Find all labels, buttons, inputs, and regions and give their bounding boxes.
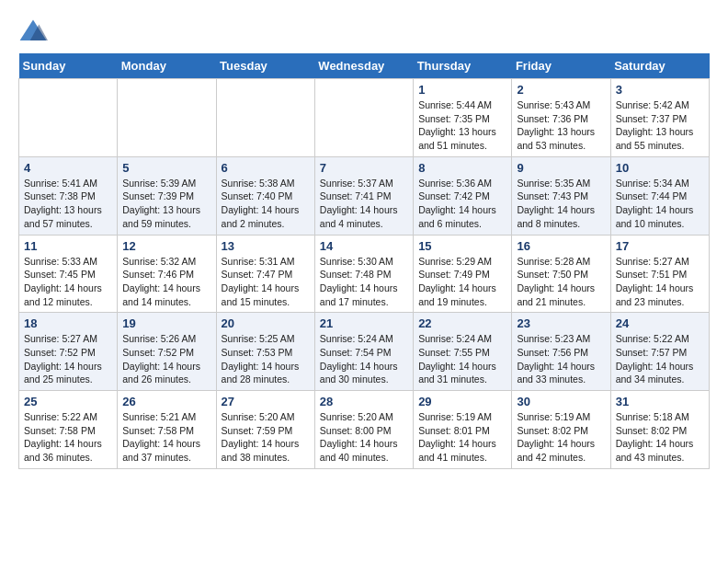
calendar-week-row: 1Sunrise: 5:44 AM Sunset: 7:35 PM Daylig… (19, 79, 710, 157)
calendar-header-row: SundayMondayTuesdayWednesdayThursdayFrid… (19, 53, 710, 79)
day-number: 26 (122, 395, 210, 408)
calendar-cell: 21Sunrise: 5:24 AM Sunset: 7:54 PM Dayli… (314, 313, 413, 391)
day-number: 27 (222, 395, 310, 408)
day-info: Sunrise: 5:30 AM Sunset: 7:48 PM Dayligh… (320, 255, 408, 309)
calendar-cell: 23Sunrise: 5:23 AM Sunset: 7:56 PM Dayli… (512, 313, 610, 391)
day-info: Sunrise: 5:26 AM Sunset: 7:52 PM Dayligh… (122, 332, 210, 386)
calendar-cell: 4Sunrise: 5:41 AM Sunset: 7:38 PM Daylig… (19, 156, 118, 235)
day-info: Sunrise: 5:29 AM Sunset: 7:49 PM Dayligh… (418, 255, 506, 309)
day-info: Sunrise: 5:39 AM Sunset: 7:39 PM Dayligh… (122, 177, 210, 231)
day-number: 25 (24, 395, 112, 408)
day-info: Sunrise: 5:28 AM Sunset: 7:50 PM Dayligh… (517, 255, 605, 309)
day-number: 30 (517, 395, 605, 408)
day-info: Sunrise: 5:22 AM Sunset: 7:57 PM Dayligh… (616, 332, 704, 386)
day-number: 29 (418, 395, 506, 408)
calendar-cell: 26Sunrise: 5:21 AM Sunset: 7:58 PM Dayli… (118, 391, 216, 469)
calendar-cell: 18Sunrise: 5:27 AM Sunset: 7:52 PM Dayli… (19, 313, 118, 391)
calendar-cell: 28Sunrise: 5:20 AM Sunset: 8:00 PM Dayli… (314, 391, 413, 469)
col-header-wednesday: Wednesday (314, 53, 413, 79)
col-header-sunday: Sunday (19, 53, 118, 79)
calendar-cell: 10Sunrise: 5:34 AM Sunset: 7:44 PM Dayli… (610, 156, 709, 235)
day-info: Sunrise: 5:37 AM Sunset: 7:41 PM Dayligh… (320, 177, 408, 231)
day-number: 4 (24, 161, 112, 175)
calendar-week-row: 25Sunrise: 5:22 AM Sunset: 7:58 PM Dayli… (19, 391, 710, 469)
calendar-cell: 20Sunrise: 5:25 AM Sunset: 7:53 PM Dayli… (216, 313, 314, 391)
calendar-cell: 2Sunrise: 5:43 AM Sunset: 7:36 PM Daylig… (512, 79, 610, 157)
day-info: Sunrise: 5:20 AM Sunset: 7:59 PM Dayligh… (222, 410, 310, 465)
day-number: 10 (616, 161, 704, 175)
calendar-cell (314, 79, 413, 157)
day-info: Sunrise: 5:42 AM Sunset: 7:37 PM Dayligh… (616, 98, 704, 153)
calendar-cell: 14Sunrise: 5:30 AM Sunset: 7:48 PM Dayli… (314, 235, 413, 313)
day-number: 7 (320, 161, 408, 175)
calendar-cell: 7Sunrise: 5:37 AM Sunset: 7:41 PM Daylig… (314, 156, 413, 235)
page-header (18, 18, 710, 44)
calendar-cell: 1Sunrise: 5:44 AM Sunset: 7:35 PM Daylig… (414, 79, 512, 157)
day-info: Sunrise: 5:27 AM Sunset: 7:52 PM Dayligh… (24, 332, 112, 386)
calendar-cell: 30Sunrise: 5:19 AM Sunset: 8:02 PM Dayli… (512, 391, 610, 469)
calendar-cell: 27Sunrise: 5:20 AM Sunset: 7:59 PM Dayli… (216, 391, 314, 469)
day-info: Sunrise: 5:24 AM Sunset: 7:54 PM Dayligh… (320, 332, 408, 386)
day-number: 1 (418, 83, 506, 97)
calendar-cell: 8Sunrise: 5:36 AM Sunset: 7:42 PM Daylig… (414, 156, 512, 235)
calendar-cell: 22Sunrise: 5:24 AM Sunset: 7:55 PM Dayli… (414, 313, 512, 391)
calendar-cell: 24Sunrise: 5:22 AM Sunset: 7:57 PM Dayli… (610, 313, 709, 391)
day-number: 23 (517, 316, 605, 330)
day-info: Sunrise: 5:22 AM Sunset: 7:58 PM Dayligh… (24, 410, 112, 465)
day-number: 24 (616, 316, 704, 330)
calendar-cell: 31Sunrise: 5:18 AM Sunset: 8:02 PM Dayli… (610, 391, 709, 469)
day-info: Sunrise: 5:44 AM Sunset: 7:35 PM Dayligh… (418, 98, 506, 153)
day-info: Sunrise: 5:31 AM Sunset: 7:47 PM Dayligh… (222, 255, 310, 309)
day-info: Sunrise: 5:25 AM Sunset: 7:53 PM Dayligh… (222, 332, 310, 386)
day-number: 31 (616, 395, 704, 408)
calendar-cell: 13Sunrise: 5:31 AM Sunset: 7:47 PM Dayli… (216, 235, 314, 313)
day-number: 22 (418, 316, 506, 330)
day-info: Sunrise: 5:23 AM Sunset: 7:56 PM Dayligh… (517, 332, 605, 386)
day-info: Sunrise: 5:20 AM Sunset: 8:00 PM Dayligh… (320, 410, 408, 465)
calendar-week-row: 11Sunrise: 5:33 AM Sunset: 7:45 PM Dayli… (19, 235, 710, 313)
day-info: Sunrise: 5:38 AM Sunset: 7:40 PM Dayligh… (222, 177, 310, 231)
calendar-cell (118, 79, 216, 157)
day-info: Sunrise: 5:32 AM Sunset: 7:46 PM Dayligh… (122, 255, 210, 309)
day-info: Sunrise: 5:19 AM Sunset: 8:02 PM Dayligh… (517, 410, 605, 465)
day-info: Sunrise: 5:36 AM Sunset: 7:42 PM Dayligh… (418, 177, 506, 231)
calendar-cell: 3Sunrise: 5:42 AM Sunset: 7:37 PM Daylig… (610, 79, 709, 157)
logo-icon (18, 18, 48, 44)
day-info: Sunrise: 5:27 AM Sunset: 7:51 PM Dayligh… (616, 255, 704, 309)
day-number: 6 (222, 161, 310, 175)
day-number: 28 (320, 395, 408, 408)
day-info: Sunrise: 5:19 AM Sunset: 8:01 PM Dayligh… (418, 410, 506, 465)
day-number: 14 (320, 239, 408, 253)
day-info: Sunrise: 5:35 AM Sunset: 7:43 PM Dayligh… (517, 177, 605, 231)
day-number: 21 (320, 316, 408, 330)
calendar-table: SundayMondayTuesdayWednesdayThursdayFrid… (18, 53, 710, 469)
calendar-cell: 25Sunrise: 5:22 AM Sunset: 7:58 PM Dayli… (19, 391, 118, 469)
day-info: Sunrise: 5:24 AM Sunset: 7:55 PM Dayligh… (418, 332, 506, 386)
calendar-cell: 15Sunrise: 5:29 AM Sunset: 7:49 PM Dayli… (414, 235, 512, 313)
calendar-cell (216, 79, 314, 157)
col-header-friday: Friday (512, 53, 610, 79)
day-info: Sunrise: 5:21 AM Sunset: 7:58 PM Dayligh… (122, 410, 210, 465)
day-info: Sunrise: 5:33 AM Sunset: 7:45 PM Dayligh… (24, 255, 112, 309)
day-number: 17 (616, 239, 704, 253)
day-info: Sunrise: 5:18 AM Sunset: 8:02 PM Dayligh… (616, 410, 704, 465)
day-info: Sunrise: 5:41 AM Sunset: 7:38 PM Dayligh… (24, 177, 112, 231)
calendar-week-row: 4Sunrise: 5:41 AM Sunset: 7:38 PM Daylig… (19, 156, 710, 235)
day-number: 16 (517, 239, 605, 253)
calendar-cell (19, 79, 118, 157)
calendar-cell: 9Sunrise: 5:35 AM Sunset: 7:43 PM Daylig… (512, 156, 610, 235)
calendar-cell: 11Sunrise: 5:33 AM Sunset: 7:45 PM Dayli… (19, 235, 118, 313)
day-number: 11 (24, 239, 112, 253)
logo (18, 18, 50, 44)
day-number: 15 (418, 239, 506, 253)
col-header-monday: Monday (118, 53, 216, 79)
day-number: 12 (122, 239, 210, 253)
calendar-cell: 19Sunrise: 5:26 AM Sunset: 7:52 PM Dayli… (118, 313, 216, 391)
calendar-cell: 16Sunrise: 5:28 AM Sunset: 7:50 PM Dayli… (512, 235, 610, 313)
col-header-tuesday: Tuesday (216, 53, 314, 79)
day-number: 18 (24, 316, 112, 330)
day-info: Sunrise: 5:34 AM Sunset: 7:44 PM Dayligh… (616, 177, 704, 231)
day-number: 8 (418, 161, 506, 175)
calendar-cell: 6Sunrise: 5:38 AM Sunset: 7:40 PM Daylig… (216, 156, 314, 235)
day-number: 9 (517, 161, 605, 175)
